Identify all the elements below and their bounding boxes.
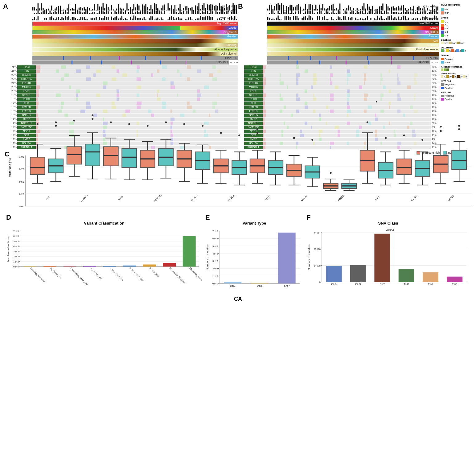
svg-rect-124 xyxy=(36,13,37,14)
svg-rect-277 xyxy=(91,18,92,20)
svg-point-672 xyxy=(37,123,39,125)
svg-rect-591 xyxy=(310,16,311,20)
svg-rect-637 xyxy=(389,16,390,20)
svg-rect-345 xyxy=(207,16,208,20)
svg-rect-148 xyxy=(77,10,78,14)
svg-rect-518 xyxy=(358,12,359,14)
svg-rect-300 xyxy=(130,17,131,20)
svg-text:3e+3: 3e+3 xyxy=(212,260,218,263)
svg-rect-909 xyxy=(224,282,241,284)
svg-rect-133 xyxy=(51,13,52,14)
svg-rect-584 xyxy=(298,18,299,20)
panel-d-title: Variant Classification xyxy=(6,221,202,226)
svg-text:Numbers of mutation: Numbers of mutation xyxy=(308,244,311,270)
svg-rect-542 xyxy=(400,13,400,14)
svg-rect-187 xyxy=(144,10,145,14)
svg-rect-599 xyxy=(324,16,325,20)
svg-rect-140 xyxy=(63,12,64,14)
svg-rect-174 xyxy=(121,9,122,14)
svg-rect-213 xyxy=(188,9,189,14)
svg-rect-169 xyxy=(113,14,114,14)
svg-rect-244 xyxy=(34,17,35,20)
svg-rect-613 xyxy=(348,17,349,20)
svg-rect-491 xyxy=(312,9,313,14)
svg-rect-163 xyxy=(102,11,103,14)
svg-point-772 xyxy=(293,137,295,139)
gene-row-a-ttn: 44%TTN xyxy=(9,69,238,73)
svg-rect-626 xyxy=(370,18,371,20)
svg-rect-178 xyxy=(128,12,129,14)
svg-rect-552 xyxy=(417,11,418,14)
svg-point-779 xyxy=(312,139,314,141)
svg-rect-332 xyxy=(185,19,186,20)
svg-rect-935 xyxy=(374,234,390,282)
svg-rect-645 xyxy=(403,16,404,20)
bp-label-ttn: TTN xyxy=(45,196,55,205)
svg-rect-248 xyxy=(41,20,42,20)
svg-rect-152 xyxy=(84,12,84,14)
track-hpv-ish-a: HPV ISH 0 150 xyxy=(9,60,238,64)
svg-rect-240 xyxy=(234,9,235,14)
gene-row-a-muc16: 20%MUC16 xyxy=(9,85,238,89)
svg-rect-305 xyxy=(138,18,139,20)
svg-rect-265 xyxy=(70,19,71,20)
svg-rect-495 xyxy=(319,9,320,14)
svg-point-827 xyxy=(440,130,442,132)
svg-rect-514 xyxy=(351,11,352,14)
svg-rect-296 xyxy=(123,19,124,20)
bp-item-fat1: *FAT1 xyxy=(358,101,395,206)
svg-rect-157 xyxy=(92,12,93,14)
svg-rect-228 xyxy=(214,14,215,14)
svg-rect-540 xyxy=(396,12,397,14)
panel-f-chart: 449640149882997644964Numbers of mutation… xyxy=(306,226,470,294)
svg-rect-293 xyxy=(118,19,119,20)
track-os-status-b: OS_status xyxy=(244,30,439,34)
svg-rect-207 xyxy=(178,13,179,14)
svg-rect-179 xyxy=(130,10,131,14)
svg-rect-665 xyxy=(437,18,438,20)
svg-rect-292 xyxy=(116,16,117,20)
svg-rect-205 xyxy=(174,10,175,14)
panel-a-label: A xyxy=(3,3,8,10)
svg-rect-606 xyxy=(336,19,337,20)
svg-rect-506 xyxy=(338,10,339,14)
svg-rect-545 xyxy=(405,12,406,14)
svg-text:44964: 44964 xyxy=(386,229,394,232)
svg-rect-508 xyxy=(341,14,342,14)
svg-rect-290 xyxy=(113,18,114,20)
svg-rect-913 xyxy=(278,233,296,284)
svg-rect-307 xyxy=(142,19,143,20)
svg-rect-340 xyxy=(198,19,199,20)
svg-rect-315 xyxy=(156,19,157,20)
ca-label: CA xyxy=(3,296,473,302)
svg-rect-333 xyxy=(186,19,187,20)
svg-rect-132 xyxy=(49,11,50,14)
svg-rect-196 xyxy=(159,11,160,14)
svg-rect-226 xyxy=(210,9,211,14)
svg-rect-324 xyxy=(171,16,172,20)
svg-rect-285 xyxy=(104,16,105,20)
svg-rect-484 xyxy=(300,10,301,14)
svg-rect-548 xyxy=(410,11,411,14)
gene-row-a-fat1: 20%FAT1 xyxy=(9,89,238,93)
svg-rect-500 xyxy=(327,11,328,14)
svg-rect-510 xyxy=(345,11,346,14)
svg-rect-522 xyxy=(365,10,366,14)
svg-rect-266 xyxy=(72,17,73,20)
svg-rect-129 xyxy=(44,10,45,14)
svg-rect-598 xyxy=(322,17,323,20)
svg-point-758 xyxy=(256,132,258,134)
svg-rect-477 xyxy=(288,9,289,14)
svg-rect-123 xyxy=(34,13,35,14)
svg-rect-151 xyxy=(82,13,83,14)
svg-rect-126 xyxy=(39,13,40,14)
track-alcohol-freq-a: Alcohol frequence xyxy=(9,48,238,52)
svg-rect-362 xyxy=(236,19,237,20)
svg-rect-218 xyxy=(197,11,198,14)
svg-rect-313 xyxy=(152,16,153,20)
svg-rect-224 xyxy=(207,11,208,14)
svg-rect-562 xyxy=(434,11,435,14)
svg-text:C>G: C>G xyxy=(355,283,361,286)
svg-point-730 xyxy=(183,123,185,125)
svg-text:7e+3: 7e+3 xyxy=(13,230,19,233)
